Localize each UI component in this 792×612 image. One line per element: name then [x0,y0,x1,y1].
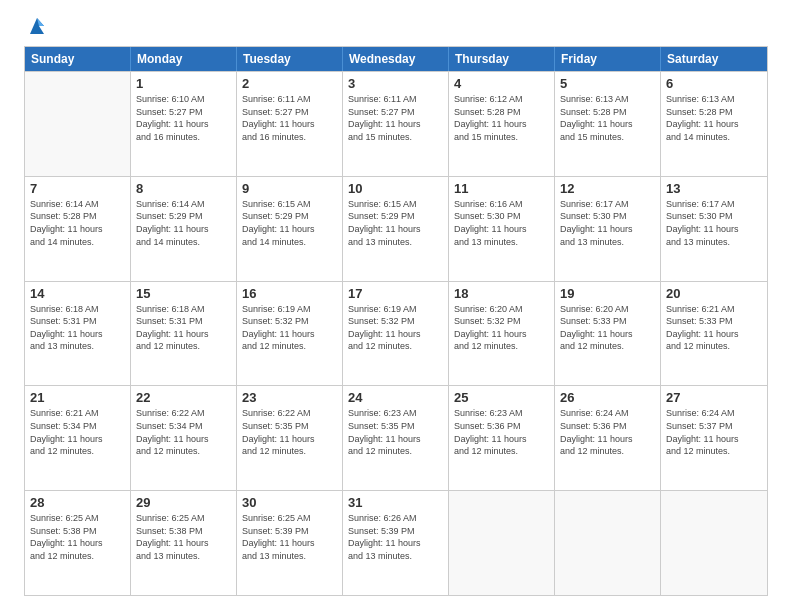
cell-info: Sunrise: 6:15 AM Sunset: 5:29 PM Dayligh… [242,198,337,248]
day-number: 30 [242,495,337,510]
calendar-cell: 23Sunrise: 6:22 AM Sunset: 5:35 PM Dayli… [237,386,343,490]
cell-info: Sunrise: 6:25 AM Sunset: 5:38 PM Dayligh… [136,512,231,562]
day-number: 15 [136,286,231,301]
calendar-week: 14Sunrise: 6:18 AM Sunset: 5:31 PM Dayli… [25,281,767,386]
weekday-header: Monday [131,47,237,71]
calendar-cell: 13Sunrise: 6:17 AM Sunset: 5:30 PM Dayli… [661,177,767,281]
calendar-cell: 2Sunrise: 6:11 AM Sunset: 5:27 PM Daylig… [237,72,343,176]
cell-info: Sunrise: 6:21 AM Sunset: 5:34 PM Dayligh… [30,407,125,457]
calendar-cell: 28Sunrise: 6:25 AM Sunset: 5:38 PM Dayli… [25,491,131,595]
cell-info: Sunrise: 6:23 AM Sunset: 5:35 PM Dayligh… [348,407,443,457]
day-number: 3 [348,76,443,91]
weekday-header: Friday [555,47,661,71]
cell-info: Sunrise: 6:11 AM Sunset: 5:27 PM Dayligh… [348,93,443,143]
calendar-cell: 5Sunrise: 6:13 AM Sunset: 5:28 PM Daylig… [555,72,661,176]
day-number: 22 [136,390,231,405]
cell-info: Sunrise: 6:25 AM Sunset: 5:39 PM Dayligh… [242,512,337,562]
cell-info: Sunrise: 6:16 AM Sunset: 5:30 PM Dayligh… [454,198,549,248]
cell-info: Sunrise: 6:18 AM Sunset: 5:31 PM Dayligh… [136,303,231,353]
cell-info: Sunrise: 6:21 AM Sunset: 5:33 PM Dayligh… [666,303,762,353]
calendar-cell: 25Sunrise: 6:23 AM Sunset: 5:36 PM Dayli… [449,386,555,490]
day-number: 16 [242,286,337,301]
cell-info: Sunrise: 6:12 AM Sunset: 5:28 PM Dayligh… [454,93,549,143]
day-number: 19 [560,286,655,301]
calendar-cell: 10Sunrise: 6:15 AM Sunset: 5:29 PM Dayli… [343,177,449,281]
calendar-cell: 4Sunrise: 6:12 AM Sunset: 5:28 PM Daylig… [449,72,555,176]
calendar-cell: 17Sunrise: 6:19 AM Sunset: 5:32 PM Dayli… [343,282,449,386]
calendar-cell [449,491,555,595]
day-number: 7 [30,181,125,196]
calendar-cell: 21Sunrise: 6:21 AM Sunset: 5:34 PM Dayli… [25,386,131,490]
day-number: 13 [666,181,762,196]
weekday-header: Thursday [449,47,555,71]
calendar-cell: 22Sunrise: 6:22 AM Sunset: 5:34 PM Dayli… [131,386,237,490]
calendar-cell: 12Sunrise: 6:17 AM Sunset: 5:30 PM Dayli… [555,177,661,281]
calendar-cell: 27Sunrise: 6:24 AM Sunset: 5:37 PM Dayli… [661,386,767,490]
day-number: 31 [348,495,443,510]
day-number: 18 [454,286,549,301]
cell-info: Sunrise: 6:24 AM Sunset: 5:36 PM Dayligh… [560,407,655,457]
cell-info: Sunrise: 6:20 AM Sunset: 5:32 PM Dayligh… [454,303,549,353]
weekday-header: Wednesday [343,47,449,71]
cell-info: Sunrise: 6:13 AM Sunset: 5:28 PM Dayligh… [666,93,762,143]
calendar-cell [661,491,767,595]
calendar: SundayMondayTuesdayWednesdayThursdayFrid… [24,46,768,596]
day-number: 20 [666,286,762,301]
cell-info: Sunrise: 6:25 AM Sunset: 5:38 PM Dayligh… [30,512,125,562]
cell-info: Sunrise: 6:10 AM Sunset: 5:27 PM Dayligh… [136,93,231,143]
cell-info: Sunrise: 6:13 AM Sunset: 5:28 PM Dayligh… [560,93,655,143]
calendar-cell: 15Sunrise: 6:18 AM Sunset: 5:31 PM Dayli… [131,282,237,386]
cell-info: Sunrise: 6:19 AM Sunset: 5:32 PM Dayligh… [242,303,337,353]
cell-info: Sunrise: 6:11 AM Sunset: 5:27 PM Dayligh… [242,93,337,143]
day-number: 9 [242,181,337,196]
day-number: 11 [454,181,549,196]
day-number: 28 [30,495,125,510]
calendar-cell: 6Sunrise: 6:13 AM Sunset: 5:28 PM Daylig… [661,72,767,176]
calendar-cell: 24Sunrise: 6:23 AM Sunset: 5:35 PM Dayli… [343,386,449,490]
cell-info: Sunrise: 6:19 AM Sunset: 5:32 PM Dayligh… [348,303,443,353]
calendar-cell: 16Sunrise: 6:19 AM Sunset: 5:32 PM Dayli… [237,282,343,386]
weekday-header: Saturday [661,47,767,71]
header [24,20,768,36]
day-number: 26 [560,390,655,405]
calendar-cell: 31Sunrise: 6:26 AM Sunset: 5:39 PM Dayli… [343,491,449,595]
calendar-cell: 19Sunrise: 6:20 AM Sunset: 5:33 PM Dayli… [555,282,661,386]
calendar-cell [555,491,661,595]
calendar-week: 7Sunrise: 6:14 AM Sunset: 5:28 PM Daylig… [25,176,767,281]
page: SundayMondayTuesdayWednesdayThursdayFrid… [0,0,792,612]
calendar-cell: 3Sunrise: 6:11 AM Sunset: 5:27 PM Daylig… [343,72,449,176]
logo-icon [26,16,48,36]
calendar-cell: 26Sunrise: 6:24 AM Sunset: 5:36 PM Dayli… [555,386,661,490]
calendar-cell: 18Sunrise: 6:20 AM Sunset: 5:32 PM Dayli… [449,282,555,386]
calendar-body: 1Sunrise: 6:10 AM Sunset: 5:27 PM Daylig… [25,71,767,595]
cell-info: Sunrise: 6:22 AM Sunset: 5:34 PM Dayligh… [136,407,231,457]
cell-info: Sunrise: 6:24 AM Sunset: 5:37 PM Dayligh… [666,407,762,457]
cell-info: Sunrise: 6:22 AM Sunset: 5:35 PM Dayligh… [242,407,337,457]
calendar-cell: 11Sunrise: 6:16 AM Sunset: 5:30 PM Dayli… [449,177,555,281]
cell-info: Sunrise: 6:26 AM Sunset: 5:39 PM Dayligh… [348,512,443,562]
day-number: 12 [560,181,655,196]
logo [24,20,48,36]
cell-info: Sunrise: 6:18 AM Sunset: 5:31 PM Dayligh… [30,303,125,353]
cell-info: Sunrise: 6:14 AM Sunset: 5:29 PM Dayligh… [136,198,231,248]
day-number: 23 [242,390,337,405]
cell-info: Sunrise: 6:23 AM Sunset: 5:36 PM Dayligh… [454,407,549,457]
day-number: 4 [454,76,549,91]
day-number: 8 [136,181,231,196]
day-number: 2 [242,76,337,91]
calendar-cell: 20Sunrise: 6:21 AM Sunset: 5:33 PM Dayli… [661,282,767,386]
day-number: 17 [348,286,443,301]
day-number: 1 [136,76,231,91]
cell-info: Sunrise: 6:17 AM Sunset: 5:30 PM Dayligh… [666,198,762,248]
calendar-cell: 30Sunrise: 6:25 AM Sunset: 5:39 PM Dayli… [237,491,343,595]
weekday-header: Tuesday [237,47,343,71]
calendar-week: 1Sunrise: 6:10 AM Sunset: 5:27 PM Daylig… [25,71,767,176]
day-number: 27 [666,390,762,405]
calendar-cell [25,72,131,176]
calendar-cell: 9Sunrise: 6:15 AM Sunset: 5:29 PM Daylig… [237,177,343,281]
calendar-week: 28Sunrise: 6:25 AM Sunset: 5:38 PM Dayli… [25,490,767,595]
calendar-cell: 1Sunrise: 6:10 AM Sunset: 5:27 PM Daylig… [131,72,237,176]
day-number: 25 [454,390,549,405]
calendar-cell: 14Sunrise: 6:18 AM Sunset: 5:31 PM Dayli… [25,282,131,386]
cell-info: Sunrise: 6:15 AM Sunset: 5:29 PM Dayligh… [348,198,443,248]
